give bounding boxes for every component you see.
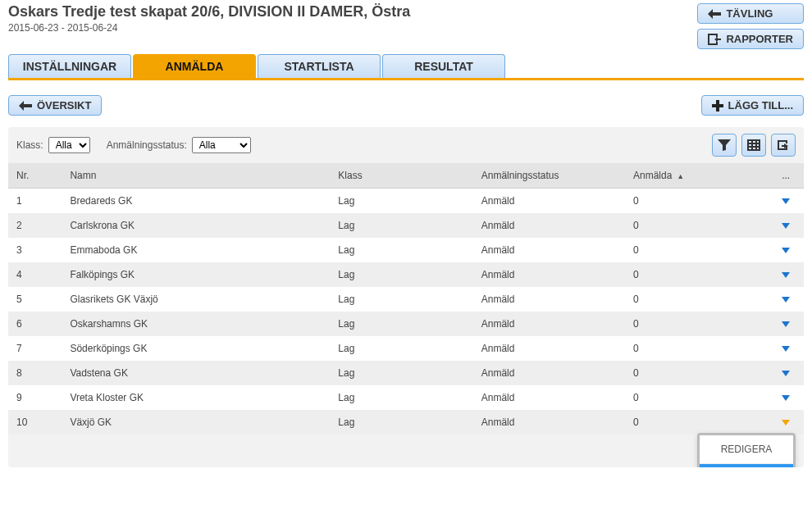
cell-namn: Vadstena GK xyxy=(62,361,330,385)
page-title: Oskars Tredje test skapat 20/6, DIVISION… xyxy=(8,3,410,20)
cell-anmalda: 0 xyxy=(625,262,768,287)
cell-nr: 1 xyxy=(8,189,62,214)
arrow-left-icon xyxy=(708,9,721,19)
cell-nr: 6 xyxy=(8,312,62,336)
row-menu-toggle[interactable] xyxy=(782,318,790,330)
cell-namn: Oskarshamns GK xyxy=(62,312,330,336)
cell-status: Anmäld xyxy=(473,287,625,312)
tab-resultat[interactable]: RESULTAT xyxy=(382,54,505,78)
cell-klass: Lag xyxy=(330,312,472,336)
table-row: 7Söderköpings GKLagAnmäld0 xyxy=(8,336,804,361)
cell-namn: Växjö GK xyxy=(62,410,330,435)
main-tabs: INSTÄLLNINGARANMÄLDASTARTLISTARESULTAT xyxy=(8,54,804,80)
cell-klass: Lag xyxy=(330,410,472,435)
cell-anmalda: 0 xyxy=(625,385,768,410)
cell-klass: Lag xyxy=(330,262,472,287)
col-namn-header[interactable]: Namn xyxy=(62,163,330,189)
cell-nr: 5 xyxy=(8,287,62,312)
cell-status: Anmäld xyxy=(473,262,625,287)
rapporter-button[interactable]: RAPPORTER xyxy=(697,29,804,49)
cell-namn: Emmaboda GK xyxy=(62,238,330,262)
klass-filter-label: Klass: xyxy=(16,139,43,151)
row-menu-toggle[interactable] xyxy=(782,367,790,379)
cell-namn: Glasrikets GK Växjö xyxy=(62,287,330,312)
col-klass-header[interactable]: Klass xyxy=(330,163,472,189)
cell-status: Anmäld xyxy=(473,361,625,385)
cell-namn: Söderköpings GK xyxy=(62,336,330,361)
col-nr-header[interactable]: Nr. xyxy=(8,163,62,189)
grid-icon xyxy=(747,139,760,151)
cell-klass: Lag xyxy=(330,361,472,385)
row-menu-toggle[interactable] xyxy=(782,220,790,231)
status-filter-label: Anmälningsstatus: xyxy=(107,139,187,151)
cell-status: Anmäld xyxy=(473,410,625,435)
plus-icon xyxy=(712,100,723,112)
export-table-button[interactable] xyxy=(771,134,796,157)
table-row: 10Växjö GKLagAnmäld0 xyxy=(8,410,804,435)
table-row: 1Bredareds GKLagAnmäld0 xyxy=(8,189,804,214)
lagg-till-label: LÄGG TILL... xyxy=(728,99,793,112)
cell-klass: Lag xyxy=(330,385,472,410)
cell-anmalda: 0 xyxy=(625,189,768,214)
cell-anmalda: 0 xyxy=(625,287,768,312)
tab-anmälda[interactable]: ANMÄLDA xyxy=(133,54,256,78)
cell-nr: 8 xyxy=(8,361,62,385)
cell-status: Anmäld xyxy=(473,189,625,214)
sort-asc-icon: ▲ xyxy=(677,172,684,180)
col-actions-header[interactable]: ... xyxy=(768,163,804,189)
cell-anmalda: 0 xyxy=(625,238,768,262)
cell-nr: 10 xyxy=(8,410,62,435)
tavling-label: TÄVLING xyxy=(726,7,773,20)
tavling-button[interactable]: TÄVLING xyxy=(697,3,804,24)
share-icon xyxy=(777,139,790,151)
table-row: 3Emmaboda GKLagAnmäld0 xyxy=(8,238,804,262)
cell-status: Anmäld xyxy=(473,385,625,410)
oversikt-label: ÖVERSIKT xyxy=(37,99,91,112)
cell-nr: 7 xyxy=(8,336,62,361)
row-menu-toggle[interactable] xyxy=(782,416,790,428)
rapporter-label: RAPPORTER xyxy=(726,33,793,45)
filter-button[interactable] xyxy=(712,134,737,157)
cell-nr: 4 xyxy=(8,262,62,287)
col-status-header[interactable]: Anmälningsstatus xyxy=(473,163,625,189)
row-menu-toggle[interactable] xyxy=(782,392,790,403)
lagg-till-button[interactable]: LÄGG TILL... xyxy=(701,95,804,116)
row-menu-toggle[interactable] xyxy=(782,195,790,207)
funnel-icon xyxy=(718,139,731,151)
cell-nr: 3 xyxy=(8,238,62,262)
cell-klass: Lag xyxy=(330,238,472,262)
col-anmalda-header[interactable]: Anmälda▲ xyxy=(625,163,768,189)
table-row: 6Oskarshamns GKLagAnmäld0 xyxy=(8,312,804,336)
cell-klass: Lag xyxy=(330,213,472,238)
cell-anmalda: 0 xyxy=(625,213,768,238)
cell-namn: Falköpings GK xyxy=(62,262,330,287)
klass-filter-select[interactable]: Alla xyxy=(48,137,90,153)
cell-nr: 9 xyxy=(8,385,62,410)
status-filter-select[interactable]: Alla xyxy=(192,137,251,153)
export-icon xyxy=(708,34,721,45)
menu-item-redigera[interactable]: REDIGERA xyxy=(700,435,793,464)
cell-namn: Vreta Kloster GK xyxy=(62,385,330,410)
cell-status: Anmäld xyxy=(473,336,625,361)
row-menu-toggle[interactable] xyxy=(782,269,790,280)
row-menu-toggle[interactable] xyxy=(782,294,790,305)
cell-namn: Bredareds GK xyxy=(62,189,330,214)
row-menu-toggle[interactable] xyxy=(782,343,790,354)
columns-button[interactable] xyxy=(741,134,766,157)
menu-item-radera[interactable]: RADERA xyxy=(700,464,793,467)
cell-anmalda: 0 xyxy=(625,336,768,361)
cell-anmalda: 0 xyxy=(625,361,768,385)
row-menu-toggle[interactable] xyxy=(782,244,790,256)
tab-startlista[interactable]: STARTLISTA xyxy=(258,54,381,78)
oversikt-button[interactable]: ÖVERSIKT xyxy=(8,95,102,116)
cell-anmalda: 0 xyxy=(625,312,768,336)
cell-status: Anmäld xyxy=(473,213,625,238)
tab-inställningar[interactable]: INSTÄLLNINGAR xyxy=(8,54,131,78)
table-row: 5Glasrikets GK VäxjöLagAnmäld0 xyxy=(8,287,804,312)
table-row: 8Vadstena GKLagAnmäld0 xyxy=(8,361,804,385)
row-context-menu: REDIGERA RADERA xyxy=(697,433,796,467)
table-row: 9Vreta Kloster GKLagAnmäld0 xyxy=(8,385,804,410)
cell-status: Anmäld xyxy=(473,238,625,262)
cell-nr: 2 xyxy=(8,213,62,238)
cell-klass: Lag xyxy=(330,189,472,214)
